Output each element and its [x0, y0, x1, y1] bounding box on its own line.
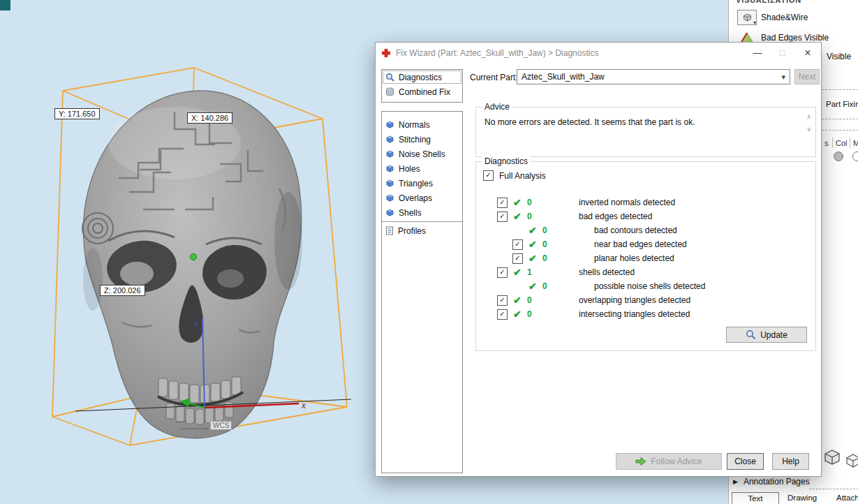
full-analysis-row: ✓ Full Analysis	[483, 170, 546, 181]
cube-icon	[385, 193, 394, 202]
sidebar-item-normals[interactable]: Normals	[382, 117, 462, 132]
column-header: M	[853, 139, 858, 147]
sidebar-item-stitching[interactable]: Stitching	[382, 132, 462, 147]
row-count: 0	[542, 225, 556, 235]
diag-row: ✔ 0 possible noise shells detected	[476, 279, 815, 293]
shade-wire-icon[interactable]: ▾	[737, 10, 757, 25]
sidebar-item-triangles[interactable]: Triangles	[382, 176, 462, 191]
green-check-icon: ✔	[528, 225, 540, 236]
row-count: 0	[527, 212, 541, 221]
visible-label: Visible	[827, 52, 851, 61]
diag-row: ✓ ✔ 1 shells detected	[476, 265, 815, 279]
close-button[interactable]: Close	[727, 453, 764, 470]
sidebar-item-overlaps[interactable]: Overlaps	[382, 191, 462, 205]
row-label: bad contours detected	[594, 225, 677, 235]
status-dot[interactable]	[852, 151, 858, 161]
diagnostics-magnifier-icon	[385, 73, 394, 82]
help-button[interactable]: Help	[772, 453, 809, 470]
tab-text[interactable]: Text	[732, 492, 779, 504]
sidebar-item-label: Profiles	[398, 226, 426, 236]
sidebar-item-label: Holes	[399, 164, 420, 174]
tab-attach[interactable]: Attach	[836, 494, 858, 502]
full-analysis-label: Full Analysis	[499, 171, 546, 181]
dimension-label-z: Z: 200.026	[100, 285, 145, 296]
full-analysis-checkbox[interactable]: ✓	[483, 170, 494, 181]
fix-pages-list: Normals Stitching Noise Shells Holes Tri…	[381, 111, 463, 473]
green-check-icon: ✔	[528, 281, 540, 292]
visualization-section-title: VISUALIZATION	[736, 0, 801, 4]
dialog-titlebar[interactable]: Fix Wizard (Part: Aztec_Skull_with_Jaw) …	[376, 43, 821, 64]
cube-icon	[385, 149, 394, 158]
row-label: near bad edges detected	[594, 239, 687, 249]
row-checkbox[interactable]: ✓	[497, 198, 508, 208]
shade-wire-row[interactable]: ▾ Shade&Wire	[737, 10, 808, 25]
update-magnifier-icon	[746, 329, 756, 340]
sidebar-item-label: Stitching	[399, 135, 431, 144]
scroll-up-icon[interactable]: ∧	[806, 113, 811, 120]
green-check-icon: ✔	[513, 211, 524, 222]
row-label: inverted normals detected	[579, 198, 675, 207]
annotation-pages-label: Annotation Pages	[744, 477, 810, 487]
current-part-label: Current Part:	[470, 73, 518, 82]
current-part-combobox[interactable]: Aztec_Skull_with_Jaw ▾	[517, 69, 790, 84]
panel-divider	[809, 489, 858, 489]
build-platform-icon[interactable]	[822, 447, 843, 470]
minimize-button[interactable]: —	[745, 43, 770, 62]
wcs-label: WCS	[210, 421, 232, 430]
row-checkbox[interactable]: ✓	[497, 309, 508, 320]
rotation-center-dot	[191, 254, 197, 260]
sidebar-item-label: Noise Shells	[399, 149, 445, 159]
row-label: intersecting triangles detected	[579, 309, 690, 319]
sidebar-item-label: Diagnostics	[399, 73, 442, 82]
row-checkbox[interactable]: ✓	[512, 239, 523, 250]
sidebar-item-holes[interactable]: Holes	[382, 161, 462, 176]
tab-drawing[interactable]: Drawing	[787, 494, 817, 502]
scroll-down-icon[interactable]: ∨	[806, 126, 811, 133]
cube-icon	[385, 208, 394, 217]
diag-row: ✓ ✔ 0 inverted normals detected	[476, 195, 815, 209]
sidebar-item-diagnostics[interactable]: Diagnostics	[382, 70, 462, 84]
row-checkbox[interactable]: ✓	[497, 267, 508, 278]
row-count: 0	[542, 253, 556, 263]
column-header: Col	[836, 139, 848, 147]
dialog-title: Fix Wizard (Part: Aztec_Skull_with_Jaw) …	[396, 48, 598, 58]
x-axis-label: x	[301, 401, 306, 410]
wizard-mode-list: Diagnostics Combined Fix	[381, 69, 463, 103]
advice-groupbox: Advice No more errors are detected. It s…	[475, 107, 816, 157]
diagnostics-legend: Diagnostics	[482, 156, 531, 166]
part-fixing-label: Part Fixing	[826, 100, 858, 108]
diag-row: ✔ 0 bad contours detected	[476, 223, 815, 237]
row-count: 0	[527, 309, 541, 319]
follow-advice-button: Follow Advice	[616, 453, 722, 470]
sidebar-item-profiles[interactable]: Profiles	[382, 223, 462, 238]
row-checkbox[interactable]: ✓	[497, 212, 508, 222]
corner-widget	[0, 0, 10, 10]
sidebar-item-combined-fix[interactable]: Combined Fix	[382, 84, 462, 99]
machine-icon[interactable]	[844, 452, 858, 472]
sidebar-item-noise-shells[interactable]: Noise Shells	[382, 147, 462, 161]
sidebar-item-label: Overlaps	[399, 193, 432, 203]
diagnostics-results-list: ✓ ✔ 0 inverted normals detected ✓ ✔ 0 ba…	[476, 195, 815, 321]
sidebar-item-shells[interactable]: Shells	[382, 205, 462, 220]
profiles-document-icon	[385, 226, 394, 235]
current-part-value: Aztec_Skull_with_Jaw	[522, 72, 605, 82]
annotation-pages-section[interactable]: ▶ Annotation Pages	[733, 477, 810, 487]
cube-icon	[385, 164, 394, 173]
close-window-button[interactable]: ×	[795, 43, 820, 62]
update-button[interactable]: Update	[726, 327, 807, 343]
row-checkbox[interactable]: ✓	[512, 253, 523, 264]
diagnostics-groupbox: Diagnostics ✓ Full Analysis ✓ ✔ 0 invert…	[475, 161, 816, 351]
green-check-icon: ✔	[513, 309, 524, 320]
row-count: 0	[542, 239, 556, 249]
follow-advice-label: Follow Advice	[651, 457, 702, 466]
row-label: shells detected	[579, 267, 635, 277]
sidebar-item-label: Combined Fix	[399, 87, 450, 97]
row-count: 0	[527, 295, 541, 305]
follow-advice-arrow-icon	[635, 457, 646, 466]
maximize-button: □	[770, 43, 795, 62]
status-dot[interactable]	[834, 151, 843, 161]
row-checkbox[interactable]: ✓	[497, 295, 508, 306]
combo-caret-icon: ▾	[781, 73, 785, 82]
row-count: 0	[527, 198, 541, 207]
diag-row: ✓ ✔ 0 intersecting triangles detected	[476, 307, 815, 321]
